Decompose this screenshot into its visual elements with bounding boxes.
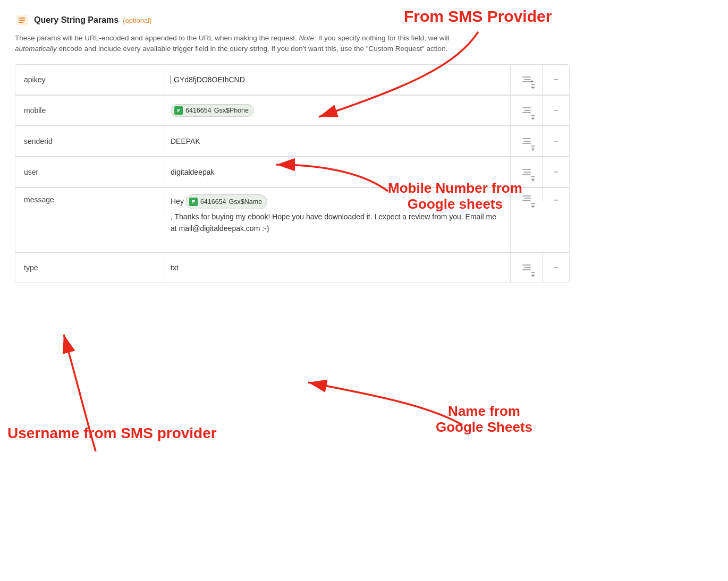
mobile-badge-label: Gsx$Phone xyxy=(214,107,249,114)
param-key-type: type xyxy=(15,253,164,283)
param-value-message[interactable]: Hey 6416654 Gsx$Name xyxy=(164,188,511,252)
svg-point-1 xyxy=(19,18,20,19)
remove-param-button[interactable]: − xyxy=(543,65,569,95)
add-lines-icon: + xyxy=(522,169,531,175)
param-key-apikey: apikey xyxy=(15,65,164,95)
table-row: apikey GYd8fjDO8OEIhCND + − xyxy=(15,65,569,95)
add-lines-icon: + xyxy=(522,264,531,270)
minus-icon: − xyxy=(553,167,558,177)
type-value: txt xyxy=(171,263,179,272)
table-row: message Hey 6416654 xyxy=(15,187,569,252)
remove-param-button[interactable]: − xyxy=(543,96,569,125)
query-icon xyxy=(15,13,30,28)
minus-icon: − xyxy=(553,136,558,146)
svg-point-2 xyxy=(19,20,20,21)
section-optional: (optional) xyxy=(123,16,151,24)
section-description: These params will be URL-encoded and app… xyxy=(15,33,451,55)
svg-rect-10 xyxy=(192,201,195,202)
add-param-button[interactable]: + xyxy=(511,96,543,125)
auto-label: automatically xyxy=(15,45,57,53)
name-badge-id: 6416654 xyxy=(200,196,226,207)
remove-param-button[interactable]: − xyxy=(543,157,569,187)
username-from-sms-provider-label: Username from SMS provider xyxy=(7,425,217,442)
table-row: type txt + − xyxy=(15,252,569,283)
text-cursor xyxy=(171,75,171,84)
param-value-mobile[interactable]: 6416654 Gsx$Phone xyxy=(164,96,511,125)
add-lines-icon: + xyxy=(522,195,531,201)
svg-rect-6 xyxy=(177,110,180,110)
minus-icon: − xyxy=(553,75,558,84)
add-param-button[interactable]: + xyxy=(511,157,543,187)
note-label: Note: xyxy=(299,34,316,42)
add-param-button[interactable]: + xyxy=(511,126,543,156)
svg-rect-11 xyxy=(192,202,194,203)
section-title: Query String Params xyxy=(34,15,118,25)
param-value-user[interactable]: digitaldeepak xyxy=(164,157,511,187)
apikey-value: GYd8fjDO8OEIhCND xyxy=(174,75,245,84)
remove-param-button[interactable]: − xyxy=(543,253,569,283)
table-row: user digitaldeepak + − xyxy=(15,157,569,187)
message-before: Hey xyxy=(171,195,184,207)
add-param-button[interactable]: + xyxy=(511,253,543,283)
minus-icon: − xyxy=(553,195,558,205)
param-value-type[interactable]: txt xyxy=(164,253,511,283)
add-lines-icon: + xyxy=(522,107,531,113)
name-from-google-sheets-label: Name from Google Sheets xyxy=(436,404,532,435)
remove-param-button[interactable]: − xyxy=(543,126,569,156)
param-key-message: message xyxy=(15,188,164,218)
param-value-apikey[interactable]: GYd8fjDO8OEIhCND xyxy=(164,65,511,95)
add-lines-icon: + xyxy=(522,76,531,82)
user-value: digitaldeepak xyxy=(171,168,215,176)
svg-rect-7 xyxy=(177,111,179,112)
name-badge: 6416654 Gsx$Name xyxy=(185,194,267,209)
name-badge-label: Gsx$Name xyxy=(229,196,263,207)
table-row: mobile 6416654 Gsx$Phone xyxy=(15,95,569,126)
param-key-senderid: senderid xyxy=(15,126,164,156)
param-value-senderid[interactable]: DEEPAK xyxy=(164,126,511,156)
senderid-value: DEEPAK xyxy=(171,137,200,146)
add-param-button[interactable]: + xyxy=(511,65,543,95)
mobile-badge-id: 6416654 xyxy=(185,107,211,114)
params-table: apikey GYd8fjDO8OEIhCND + − mobile xyxy=(15,64,570,283)
section-header: Query String Params (optional) xyxy=(15,13,570,28)
mobile-badge: 6416654 Gsx$Phone xyxy=(171,104,254,117)
sheets-icon xyxy=(174,106,183,115)
param-key-mobile: mobile xyxy=(15,96,164,125)
message-content: Hey 6416654 Gsx$Name xyxy=(171,194,504,235)
remove-param-button[interactable]: − xyxy=(543,188,569,205)
add-lines-icon: + xyxy=(522,138,531,144)
param-key-user: user xyxy=(15,157,164,187)
message-after: , Thanks for buying my ebook! Hope you h… xyxy=(171,211,504,235)
svg-rect-9 xyxy=(192,200,195,201)
table-row: senderid DEEPAK + − xyxy=(15,126,569,157)
svg-rect-5 xyxy=(177,109,180,109)
sheets-icon xyxy=(189,198,198,206)
add-param-button[interactable]: + xyxy=(511,188,543,201)
minus-icon: − xyxy=(553,106,558,115)
minus-icon: − xyxy=(553,263,558,272)
svg-point-3 xyxy=(19,22,20,23)
